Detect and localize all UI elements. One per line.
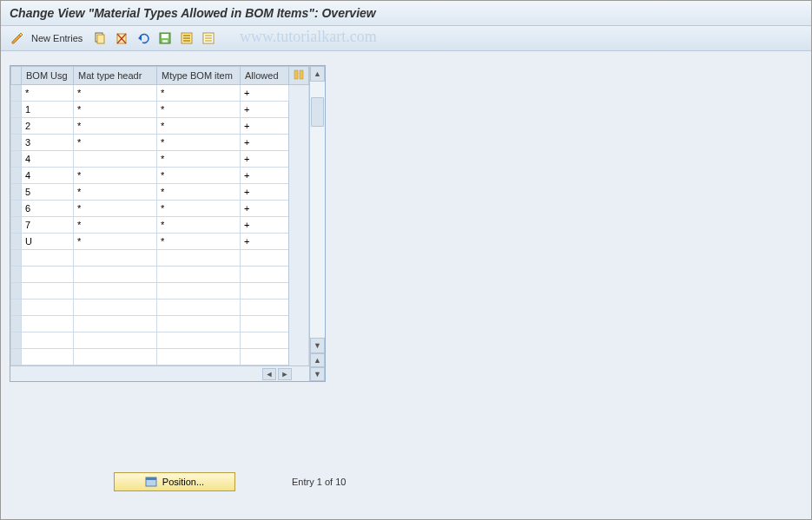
- cell-mattypeheadr[interactable]: *: [74, 234, 157, 250]
- cell-allowed[interactable]: +: [241, 85, 289, 102]
- col-header-bomusg[interactable]: BOM Usg: [22, 67, 74, 85]
- cell-mattypeheadr[interactable]: *: [74, 168, 157, 184]
- cell-mtypebomitem[interactable]: *: [157, 184, 241, 201]
- cell-allowed[interactable]: +: [241, 201, 289, 217]
- cell-mtypebomitem[interactable]: [157, 283, 241, 299]
- col-header-mtypebomitem[interactable]: Mtype BOM item: [157, 67, 241, 85]
- cell-mtypebomitem[interactable]: [157, 332, 241, 349]
- row-selector[interactable]: [11, 118, 22, 135]
- cell-allowed[interactable]: +: [241, 184, 289, 201]
- cell-mattypeheadr[interactable]: *: [74, 102, 157, 118]
- cell-allowed[interactable]: [241, 316, 289, 332]
- cell-mattypeheadr[interactable]: *: [74, 85, 157, 102]
- cell-allowed[interactable]: [241, 283, 289, 299]
- cell-bomusg[interactable]: [22, 316, 74, 332]
- cell-allowed[interactable]: [241, 349, 289, 365]
- cell-mattypeheadr[interactable]: [74, 316, 157, 332]
- scroll-up-icon[interactable]: ▲: [310, 66, 325, 82]
- cell-mtypebomitem[interactable]: *: [157, 118, 241, 135]
- cell-mtypebomitem[interactable]: *: [157, 217, 241, 234]
- scroll-left-icon[interactable]: ◄: [262, 368, 276, 380]
- cell-bomusg[interactable]: *: [22, 85, 74, 102]
- cell-mtypebomitem[interactable]: [157, 316, 241, 332]
- cell-allowed[interactable]: +: [241, 217, 289, 234]
- scroll-right-icon[interactable]: ►: [278, 368, 292, 380]
- col-header-allowed[interactable]: Allowed: [241, 67, 289, 85]
- cell-allowed[interactable]: [241, 250, 289, 267]
- row-selector[interactable]: [11, 349, 22, 365]
- deselect-all-icon[interactable]: [199, 30, 218, 47]
- row-selector[interactable]: [11, 201, 22, 217]
- cell-bomusg[interactable]: 4: [22, 168, 74, 184]
- cell-mattypeheadr[interactable]: [74, 299, 157, 316]
- cell-allowed[interactable]: +: [241, 135, 289, 151]
- cell-bomusg[interactable]: [22, 332, 74, 349]
- cell-allowed[interactable]: [241, 299, 289, 316]
- cell-bomusg[interactable]: [22, 283, 74, 299]
- cell-mtypebomitem[interactable]: [157, 349, 241, 365]
- row-selector[interactable]: [11, 299, 22, 316]
- row-selector-header[interactable]: [11, 67, 22, 85]
- cell-allowed[interactable]: [241, 267, 289, 283]
- cell-mtypebomitem[interactable]: *: [157, 234, 241, 250]
- cell-mattypeheadr[interactable]: *: [74, 118, 157, 135]
- cell-mtypebomitem[interactable]: [157, 250, 241, 267]
- cell-mtypebomitem[interactable]: *: [157, 102, 241, 118]
- cell-mattypeheadr[interactable]: [74, 267, 157, 283]
- cell-mtypebomitem[interactable]: *: [157, 168, 241, 184]
- cell-bomusg[interactable]: 4: [22, 151, 74, 168]
- cell-mtypebomitem[interactable]: [157, 267, 241, 283]
- cell-bomusg[interactable]: 1: [22, 102, 74, 118]
- delete-icon[interactable]: [112, 30, 131, 47]
- cell-allowed[interactable]: [241, 332, 289, 349]
- row-selector[interactable]: [11, 316, 22, 332]
- cell-allowed[interactable]: +: [241, 118, 289, 135]
- cell-bomusg[interactable]: 3: [22, 135, 74, 151]
- cell-allowed[interactable]: +: [241, 234, 289, 250]
- cell-mtypebomitem[interactable]: *: [157, 201, 241, 217]
- cell-bomusg[interactable]: 5: [22, 184, 74, 201]
- cell-mattypeheadr[interactable]: [74, 332, 157, 349]
- cell-mtypebomitem[interactable]: *: [157, 151, 241, 168]
- cell-mtypebomitem[interactable]: [157, 299, 241, 316]
- col-header-mattypeheadr[interactable]: Mat type headr: [74, 67, 157, 85]
- scroll-thumb[interactable]: [311, 97, 324, 127]
- cell-mattypeheadr[interactable]: *: [74, 201, 157, 217]
- cell-bomusg[interactable]: [22, 250, 74, 267]
- row-selector[interactable]: [11, 184, 22, 201]
- undo-icon[interactable]: [134, 30, 153, 47]
- row-selector[interactable]: [11, 135, 22, 151]
- cell-bomusg[interactable]: U: [22, 234, 74, 250]
- scroll-down2-icon[interactable]: ▼: [310, 367, 325, 381]
- cell-mtypebomitem[interactable]: *: [157, 85, 241, 102]
- cell-allowed[interactable]: +: [241, 102, 289, 118]
- cell-mattypeheadr[interactable]: [74, 349, 157, 365]
- row-selector[interactable]: [11, 283, 22, 299]
- new-entries-button[interactable]: New Entries: [30, 33, 88, 43]
- row-selector[interactable]: [11, 151, 22, 168]
- select-all-icon[interactable]: [177, 30, 196, 47]
- scroll-track[interactable]: [310, 82, 325, 338]
- cell-bomusg[interactable]: [22, 299, 74, 316]
- cell-allowed[interactable]: +: [241, 151, 289, 168]
- row-selector[interactable]: [11, 217, 22, 234]
- cell-bomusg[interactable]: [22, 349, 74, 365]
- change-icon[interactable]: [8, 30, 27, 47]
- save-variant-icon[interactable]: [155, 30, 175, 47]
- position-button[interactable]: Position...: [114, 472, 235, 491]
- copy-icon[interactable]: [90, 30, 109, 47]
- cell-bomusg[interactable]: 2: [22, 118, 74, 135]
- cell-mattypeheadr[interactable]: [74, 283, 157, 299]
- cell-bomusg[interactable]: 7: [22, 217, 74, 234]
- cell-allowed[interactable]: +: [241, 168, 289, 184]
- cell-mattypeheadr[interactable]: [74, 250, 157, 267]
- scroll-up2-icon[interactable]: ▲: [310, 353, 325, 367]
- row-selector[interactable]: [11, 234, 22, 250]
- row-selector[interactable]: [11, 168, 22, 184]
- cell-mattypeheadr[interactable]: *: [74, 184, 157, 201]
- cell-mattypeheadr[interactable]: *: [74, 217, 157, 234]
- row-selector[interactable]: [11, 332, 22, 349]
- cell-bomusg[interactable]: [22, 267, 74, 283]
- configure-columns-icon[interactable]: [289, 67, 309, 85]
- cell-mattypeheadr[interactable]: *: [74, 135, 157, 151]
